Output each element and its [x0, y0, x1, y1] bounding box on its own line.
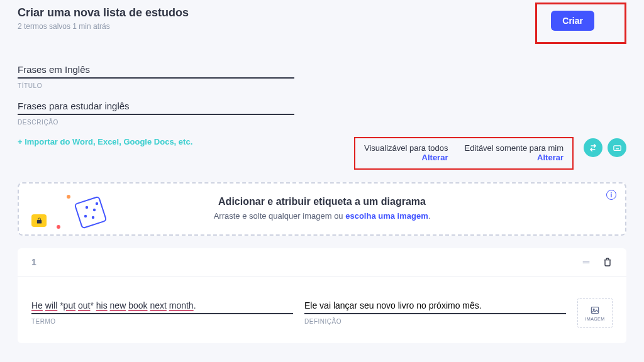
trash-icon[interactable] — [602, 257, 613, 267]
description-input[interactable] — [18, 98, 294, 115]
create-button[interactable]: Criar — [551, 11, 594, 31]
swap-icon — [589, 143, 597, 152]
svg-rect-0 — [613, 145, 620, 150]
visibility-change-link[interactable]: Alterar — [364, 153, 448, 162]
svg-rect-5 — [75, 197, 106, 228]
title-input[interactable] — [18, 62, 294, 79]
highlight-create: Criar — [535, 3, 626, 44]
drag-handle-icon[interactable] — [581, 257, 591, 267]
term-label: TERMO — [31, 318, 293, 325]
diagram-dropzone[interactable]: i Adicionar e atribuir etiqueta a um dia… — [18, 182, 626, 236]
page-title: Criar uma nova lista de estudos — [18, 6, 189, 19]
highlight-permissions: Visualizável para todos Alterar Editável… — [354, 137, 574, 170]
info-icon[interactable]: i — [606, 190, 616, 200]
definition-input[interactable] — [304, 298, 566, 314]
decor-dot — [67, 195, 70, 199]
title-label: TÍTULO — [18, 82, 626, 89]
editability-title: Editável somente para mim — [464, 143, 564, 153]
keyboard-icon — [613, 143, 622, 153]
diagram-title: Adicionar e atribuir etiqueta a um diagr… — [44, 196, 600, 207]
svg-point-8 — [84, 215, 87, 217]
description-label: DESCRIÇÃO — [18, 119, 626, 126]
definition-label: DEFINIÇÃO — [304, 318, 566, 325]
editability-change-link[interactable]: Alterar — [464, 153, 564, 162]
term-index: 1 — [31, 257, 36, 267]
save-status: 2 termos salvos 1 min atrás — [18, 22, 189, 31]
image-icon — [589, 305, 601, 315]
keyboard-button[interactable] — [608, 138, 626, 157]
svg-rect-12 — [583, 263, 590, 263]
svg-point-7 — [93, 209, 96, 211]
diagram-subtitle: Arraste e solte qualquer imagem ou escol… — [44, 211, 600, 221]
decor-dot — [57, 225, 60, 229]
term-input[interactable]: He will *put out* his new book next mont… — [31, 298, 293, 314]
lock-icon — [36, 217, 43, 224]
svg-rect-11 — [583, 261, 590, 261]
swap-button[interactable] — [584, 138, 602, 157]
add-image-button[interactable]: IMAGEM — [577, 298, 613, 328]
premium-lock-badge — [31, 214, 47, 227]
choose-image-link[interactable]: escolha uma imagem — [345, 211, 428, 221]
diagram-illustration-icon — [73, 195, 108, 230]
svg-point-10 — [96, 202, 98, 205]
svg-point-6 — [86, 206, 88, 209]
svg-point-9 — [92, 216, 94, 219]
svg-point-14 — [593, 309, 594, 310]
import-link[interactable]: + Importar do Word, Excel, Google Docs, … — [18, 137, 192, 146]
visibility-title: Visualizável para todos — [364, 143, 448, 153]
term-card: 1 He will *put out* his new book next mo… — [18, 248, 626, 343]
